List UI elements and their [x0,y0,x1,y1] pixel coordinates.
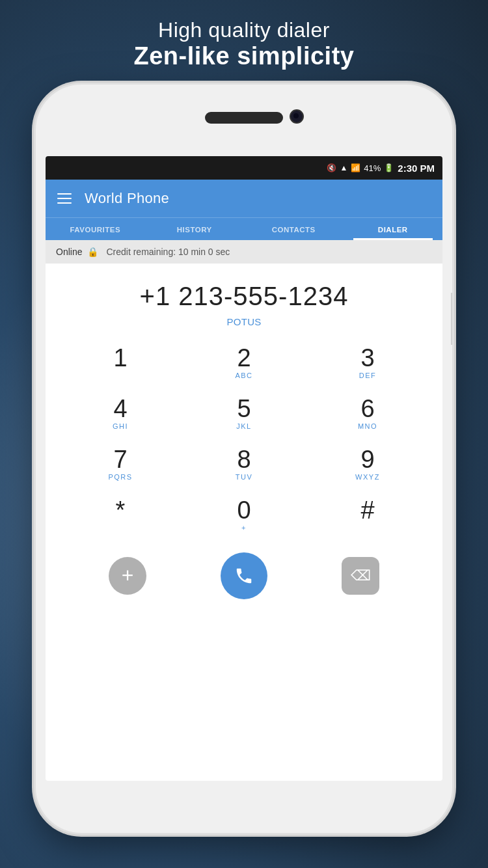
key-6[interactable]: 6 MNO [306,388,429,439]
tab-contacts[interactable]: CONTACTS [244,218,344,240]
key-4-digit: 4 [113,396,127,421]
battery-icon: 🔋 [384,163,394,172]
status-row: Online 🔒 Credit remaining: 10 min 0 sec [46,240,442,264]
tab-favourites[interactable]: FAVOURITES [46,218,145,240]
phone-camera [290,109,304,124]
key-9[interactable]: 9 WXYZ [306,439,429,490]
key-0-letters: + [241,524,247,533]
key-3[interactable]: 3 DEF [306,338,429,388]
key-1[interactable]: 1 [59,338,182,388]
key-7-digit: 7 [113,447,127,472]
key-4-letters: GHI [113,422,128,431]
key-7-letters: PQRS [108,473,132,482]
delete-button[interactable]: ⌫ [342,557,379,595]
key-1-digit: 1 [113,346,127,370]
contact-name: POTUS [46,316,442,338]
key-6-letters: MNO [358,422,377,431]
key-3-letters: DEF [359,372,377,381]
tab-dialer[interactable]: DIALER [344,218,443,240]
signal-icon: 📶 [351,163,360,172]
hamburger-line-2 [57,198,72,199]
header-subtitle: High quality dialer [0,18,488,42]
key-star[interactable]: * [59,490,182,541]
header-title: Zen-like simplicity [0,42,488,70]
battery-level: 41% [364,163,381,173]
vibrate-icon: 🔇 [327,163,336,172]
phone-icon [234,566,254,586]
key-3-digit: 3 [360,346,374,370]
phone-side-button [451,293,452,345]
hamburger-line-3 [57,202,72,204]
tab-history[interactable]: HISTORY [145,218,245,240]
key-4[interactable]: 4 GHI [59,388,182,439]
key-9-letters: WXYZ [355,473,380,482]
key-hash-digit: # [360,498,374,522]
phone-speaker [205,112,283,124]
status-icons: 🔇 ▲ 📶 41% 🔋 [327,163,394,173]
hamburger-menu-button[interactable] [57,193,72,204]
app-header: World Phone [46,180,442,217]
key-5-digit: 5 [237,396,251,421]
action-bar: + ⌫ [46,541,442,612]
key-hash[interactable]: # [306,490,429,541]
header-text: High quality dialer Zen-like simplicity [0,18,488,70]
status-time: 2:30 PM [398,163,435,174]
phone-frame: 🔇 ▲ 📶 41% 🔋 2:30 PM World Phone FAVOURIT… [36,85,452,833]
backspace-icon: ⌫ [351,567,371,584]
online-status: Online [56,247,82,257]
key-5-letters: JKL [236,422,251,431]
app-title: World Phone [85,190,169,207]
key-0[interactable]: 0 + [182,490,306,541]
tabs-bar: FAVOURITES HISTORY CONTACTS DIALER [46,217,442,240]
key-5[interactable]: 5 JKL [182,388,306,439]
phone-number-display: +1 213-555-1234 [46,264,442,316]
dialer-panel: +1 213-555-1234 POTUS 1 2 ABC 3 DEF [46,264,442,612]
key-8[interactable]: 8 TUV [182,439,306,490]
key-8-digit: 8 [237,447,251,472]
key-2[interactable]: 2 ABC [182,338,306,388]
key-2-digit: 2 [237,346,251,370]
credit-remaining: Credit remaining: 10 min 0 sec [106,247,230,257]
key-6-digit: 6 [360,396,374,421]
key-7[interactable]: 7 PQRS [59,439,182,490]
key-star-digit: * [116,498,126,522]
key-0-digit: 0 [237,498,251,522]
call-button[interactable] [221,552,267,599]
add-contact-button[interactable]: + [109,557,146,595]
phone-screen: 🔇 ▲ 📶 41% 🔋 2:30 PM World Phone FAVOURIT… [46,156,442,781]
keypad: 1 2 ABC 3 DEF 4 GHI 5 JKL [46,338,442,541]
wifi-icon: ▲ [340,163,347,172]
key-2-letters: ABC [235,372,252,381]
plus-icon: + [122,565,134,586]
lock-icon: 🔒 [87,247,98,257]
hamburger-line-1 [57,193,72,195]
key-9-digit: 9 [360,447,374,472]
key-8-letters: TUV [236,473,253,482]
status-bar: 🔇 ▲ 📶 41% 🔋 2:30 PM [46,156,442,180]
